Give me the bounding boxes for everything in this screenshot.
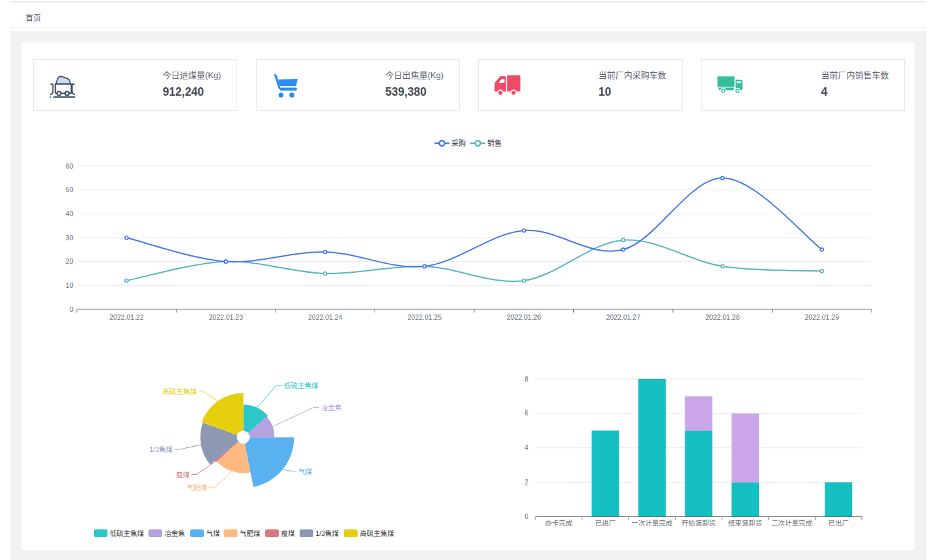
svg-text:办卡完成: 办卡完成 [545, 519, 573, 527]
svg-text:1/3焦煤: 1/3焦煤 [149, 445, 173, 453]
svg-text:20: 20 [66, 257, 74, 265]
svg-text:已进厂: 已进厂 [595, 519, 616, 527]
svg-text:气肥煤: 气肥煤 [187, 484, 208, 492]
svg-text:30: 30 [66, 234, 74, 242]
svg-text:2022.01.29: 2022.01.29 [804, 313, 839, 321]
svg-text:2022.01.22: 2022.01.22 [109, 313, 144, 321]
svg-text:瘦煤: 瘦煤 [281, 529, 295, 537]
svg-text:一次计量完成: 一次计量完成 [631, 519, 672, 527]
svg-text:已出厂: 已出厂 [828, 519, 849, 527]
svg-text:2022.01.25: 2022.01.25 [407, 313, 442, 321]
svg-text:采购: 采购 [451, 139, 466, 147]
svg-text:低硫主焦煤: 低硫主焦煤 [284, 382, 319, 389]
svg-text:0: 0 [524, 512, 528, 520]
svg-text:2022.01.26: 2022.01.26 [507, 313, 541, 321]
svg-text:6: 6 [524, 409, 528, 417]
svg-text:8: 8 [524, 375, 528, 383]
svg-text:2: 2 [524, 478, 528, 486]
svg-text:0: 0 [70, 305, 74, 313]
svg-text:气煤: 气煤 [298, 468, 312, 475]
svg-text:10: 10 [66, 281, 74, 289]
svg-text:50: 50 [66, 186, 74, 193]
svg-text:冶金焦: 冶金焦 [165, 529, 186, 537]
svg-text:开始装卸货: 开始装卸货 [681, 519, 716, 527]
svg-text:低硫主焦煤: 低硫主焦煤 [110, 529, 145, 537]
svg-text:高硫主焦煤: 高硫主焦煤 [163, 387, 197, 395]
svg-text:4: 4 [524, 443, 528, 451]
svg-text:冶金焦: 冶金焦 [321, 404, 342, 412]
svg-text:2022.01.24: 2022.01.24 [308, 313, 343, 321]
svg-text:2022.01.23: 2022.01.23 [208, 313, 243, 321]
svg-text:2022.01.27: 2022.01.27 [606, 313, 640, 321]
svg-text:气肥煤: 气肥煤 [240, 529, 261, 537]
svg-text:40: 40 [66, 210, 74, 217]
svg-text:结束装卸货: 结束装卸货 [728, 519, 763, 527]
svg-text:60: 60 [66, 162, 74, 170]
svg-text:1/3焦煤: 1/3焦煤 [316, 529, 339, 537]
svg-text:销售: 销售 [487, 139, 502, 147]
svg-text:气煤: 气煤 [206, 529, 220, 537]
svg-text:高硫主焦煤: 高硫主焦煤 [360, 529, 395, 537]
svg-text:二次计量完成: 二次计量完成 [771, 519, 812, 527]
svg-text:2022.01.28: 2022.01.28 [705, 313, 740, 321]
svg-text:瘦煤: 瘦煤 [176, 471, 190, 479]
